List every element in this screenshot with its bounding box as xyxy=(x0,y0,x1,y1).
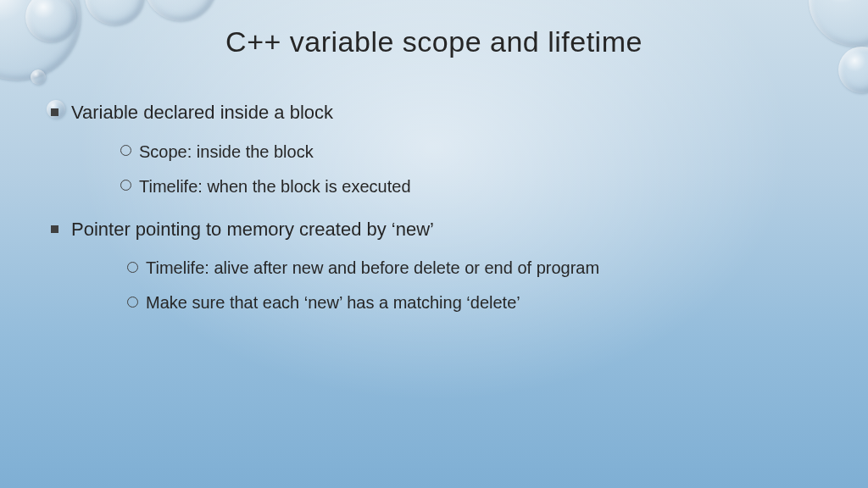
bubble-decoration xyxy=(144,0,216,21)
bubble-decoration xyxy=(31,69,46,85)
slide-content: Variable declared inside a block Scope: … xyxy=(51,100,826,333)
bullet-item: Pointer pointing to memory created by ‘n… xyxy=(51,217,826,315)
sub-bullet-item: Make sure that each ‘new’ has a matching… xyxy=(127,291,826,314)
sub-bullet-item: Timelife: when the block is executed xyxy=(120,175,826,198)
bullet-text: Pointer pointing to memory created by ‘n… xyxy=(71,219,434,240)
bullet-item: Variable declared inside a block Scope: … xyxy=(51,100,826,198)
bubble-decoration xyxy=(85,0,144,25)
sub-bullet-item: Timelife: alive after new and before del… xyxy=(127,257,826,280)
slide-title: C++ variable scope and lifetime xyxy=(0,25,868,58)
slide: C++ variable scope and lifetime Variable… xyxy=(0,0,868,488)
sub-bullet-item: Scope: inside the block xyxy=(120,141,826,164)
bullet-text: Variable declared inside a block xyxy=(71,102,333,123)
